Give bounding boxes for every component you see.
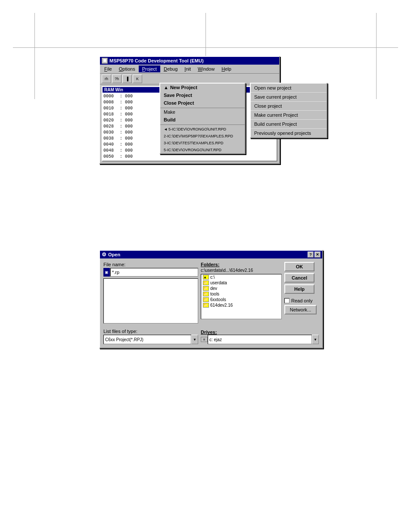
folder-icon: ▲ bbox=[203, 275, 209, 280]
page-background: ▣ MSP58P70 Code Development Tool (EMU) F… bbox=[0, 0, 411, 532]
dialog-title: Open bbox=[108, 252, 120, 257]
menu-options[interactable]: Options bbox=[115, 65, 139, 72]
list-item[interactable]: 📁 tools bbox=[201, 291, 281, 297]
read-only-row: Read only bbox=[284, 298, 319, 303]
menu-item-recent-3[interactable]: 3-IC:\DEV\TEST\EXAMPLES.RPD bbox=[160, 140, 245, 146]
drives-label: Drives: bbox=[201, 330, 319, 335]
read-only-label: Read only bbox=[291, 298, 313, 303]
menu-window[interactable]: Window bbox=[194, 65, 218, 72]
ide-title: MSP58P70 Code Development Tool (EMU) bbox=[109, 58, 204, 63]
ide-app-icon: ▣ bbox=[102, 58, 108, 64]
list-files-label: List files of type: bbox=[103, 329, 198, 334]
menu-item-build[interactable]: Build bbox=[160, 116, 245, 124]
toolbar-btn-4[interactable]: K bbox=[133, 75, 142, 83]
help-button[interactable]: Help bbox=[284, 284, 314, 294]
dialog-bottom: List files of type: ▼ Drives: ≡ ▼ bbox=[100, 327, 322, 348]
folder-icon: 📁 bbox=[203, 292, 209, 296]
file-listbox[interactable] bbox=[103, 278, 198, 324]
menu-init[interactable]: Init bbox=[181, 65, 194, 72]
ctx-previously-opened-projects[interactable]: Previously opened projects bbox=[251, 129, 327, 137]
dialog-icon: ⚙ bbox=[102, 252, 106, 258]
menu-project[interactable]: Project bbox=[139, 65, 160, 72]
folders-label: Folders: bbox=[201, 262, 282, 267]
drive-arrow[interactable]: ▼ bbox=[312, 335, 319, 344]
file-type-input[interactable] bbox=[103, 335, 191, 344]
drives-section: Drives: ≡ ▼ bbox=[201, 330, 319, 344]
list-item[interactable]: 📁 6xxtools bbox=[201, 297, 281, 302]
file-type-select: ▼ bbox=[103, 335, 198, 344]
dialog-help-btn[interactable]: ? bbox=[308, 252, 314, 258]
cancel-button[interactable]: Cancel bbox=[284, 273, 314, 283]
list-item[interactable]: 📁 userdata bbox=[201, 280, 281, 286]
dialog-buttons-section: OK Cancel Help Read only Network... bbox=[284, 262, 319, 324]
list-files-section: List files of type: ▼ bbox=[103, 329, 198, 344]
ctx-save-current-project[interactable]: Save current project bbox=[251, 93, 327, 102]
table-row: 0050 : 000 bbox=[103, 154, 276, 160]
dialog-titlebar-buttons: ? ✕ bbox=[308, 252, 321, 258]
menu-help[interactable]: Help bbox=[218, 65, 235, 72]
menu-item-new-project[interactable]: ▲ New Project bbox=[160, 84, 245, 91]
ctx-open-new-project[interactable]: Open new project bbox=[251, 84, 327, 93]
menu-item-close-project[interactable]: Close Project bbox=[160, 99, 245, 107]
dialog-close-btn[interactable]: ✕ bbox=[314, 252, 321, 258]
dialog-body: File name: ▣ Folders: c:\userdata\d...\6… bbox=[100, 258, 322, 327]
folder-icon: 📁 bbox=[203, 297, 209, 302]
margin-line-left bbox=[34, 13, 35, 99]
ctx-build-current-project[interactable]: Build current Project bbox=[251, 120, 327, 129]
toolbar-btn-1[interactable]: rh bbox=[102, 75, 111, 83]
context-menu: Open new project Save current project Cl… bbox=[250, 83, 327, 138]
folders-section: Folders: c:\userdata\d...\614dev2.16 ▲ c… bbox=[201, 262, 282, 324]
folders-listbox[interactable]: ▲ c:\ 📁 userdata 📁 dev 📁 tools bbox=[201, 274, 282, 319]
folder-icon: 📁 bbox=[203, 303, 209, 308]
project-dropdown-menu: ▲ New Project Save Project Close Project… bbox=[159, 83, 246, 154]
ctx-make-current-project[interactable]: Make current Project bbox=[251, 111, 327, 120]
ide-menubar: File Options Project Debug Init Window H… bbox=[100, 65, 279, 74]
file-name-label: File name: bbox=[103, 262, 198, 267]
list-item[interactable]: 📁 614dev2.16 bbox=[201, 302, 281, 308]
network-button[interactable]: Network... bbox=[284, 305, 317, 314]
folder-icon: 📁 bbox=[203, 280, 209, 285]
file-name-input[interactable] bbox=[110, 268, 198, 277]
menu-item-make[interactable]: Make bbox=[160, 108, 245, 116]
ide-titlebar: ▣ MSP58P70 Code Development Tool (EMU) bbox=[100, 57, 279, 65]
list-item[interactable]: ▲ c:\ bbox=[201, 274, 281, 280]
menu-debug[interactable]: Debug bbox=[160, 65, 181, 72]
folder-icon: 📁 bbox=[203, 286, 209, 291]
read-only-checkbox[interactable] bbox=[284, 298, 290, 303]
file-type-arrow[interactable]: ▼ bbox=[191, 335, 198, 344]
margin-line-right bbox=[376, 13, 377, 99]
drive-icon: ≡ bbox=[201, 337, 208, 342]
file-input-icon: ▣ bbox=[103, 268, 110, 277]
menu-file[interactable]: File bbox=[101, 65, 115, 72]
drive-input[interactable] bbox=[208, 335, 312, 344]
menu-item-save-project[interactable]: Save Project bbox=[160, 91, 245, 99]
toolbar-btn-3[interactable]: ▐ bbox=[122, 75, 132, 83]
open-dialog: ⚙ Open ? ✕ File name: ▣ Folders: bbox=[99, 250, 323, 348]
dialog-titlebar: ⚙ Open ? ✕ bbox=[100, 251, 322, 258]
menu-item-recent-2[interactable]: 2-IC:\DEV\MSP58P70\EXAMPLES.RPD bbox=[160, 133, 245, 140]
menu-item-recent-4[interactable]: 5-IC:\DEV\OVRONGO\UNIT.RPD bbox=[160, 146, 245, 153]
menu-item-recent-1[interactable]: ◄ 5-IC:\DEV\OVRONGO\UNIT.RPD bbox=[160, 126, 245, 133]
ok-button[interactable]: OK bbox=[284, 262, 314, 271]
toolbar-btn-2[interactable]: ?h bbox=[112, 75, 121, 83]
list-item[interactable]: 📁 dev bbox=[201, 286, 281, 291]
ctx-close-project[interactable]: Close project bbox=[251, 102, 327, 111]
folders-path: c:\userdata\d...\614dev2.16 bbox=[201, 268, 282, 273]
drive-select: ≡ ▼ bbox=[201, 335, 319, 344]
file-name-section: File name: ▣ bbox=[103, 262, 198, 324]
ram-title: RAM Win bbox=[104, 87, 123, 92]
